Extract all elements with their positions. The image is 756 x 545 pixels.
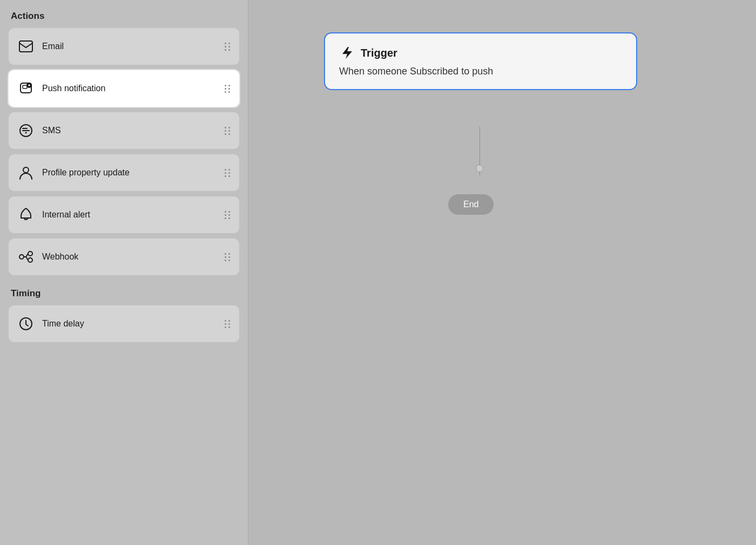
timing-section: Timing Time delay: [9, 288, 239, 348]
actions-section-title: Actions: [9, 11, 239, 22]
email-icon: [17, 38, 35, 55]
email-label: Email: [42, 42, 225, 51]
svg-point-7: [19, 255, 24, 259]
sidebar-item-sms[interactable]: SMS: [9, 112, 239, 149]
sms-icon: [17, 122, 35, 139]
sidebar-item-push-notification[interactable]: Push notification: [9, 70, 239, 107]
svg-rect-2: [23, 85, 27, 88]
webhook-icon: [17, 248, 35, 265]
drag-handle-webhook: [225, 253, 231, 261]
end-node: End: [448, 194, 494, 215]
drag-handle-alert: [225, 211, 231, 219]
sidebar-item-webhook[interactable]: Webhook: [9, 239, 239, 275]
push-notification-label: Push notification: [42, 84, 225, 93]
canvas: Trigger When someone Subscribed to push …: [248, 0, 756, 545]
svg-point-5: [25, 132, 27, 134]
sidebar-item-profile-property-update[interactable]: Profile property update: [9, 154, 239, 191]
drag-handle-sms: [225, 127, 231, 135]
internal-alert-label: Internal alert: [42, 210, 225, 220]
profile-icon: [17, 164, 35, 181]
sidebar-item-internal-alert[interactable]: Internal alert: [9, 196, 239, 233]
timing-section-title: Timing: [9, 288, 239, 299]
trigger-title: Trigger: [361, 47, 397, 59]
sidebar-item-time-delay[interactable]: Time delay: [9, 305, 239, 342]
drag-handle-profile: [225, 169, 231, 177]
profile-property-update-label: Profile property update: [42, 168, 225, 178]
push-icon: [17, 80, 35, 97]
alert-icon: [17, 206, 35, 223]
trigger-header: Trigger: [339, 45, 622, 60]
svg-rect-0: [19, 41, 32, 52]
trigger-card[interactable]: Trigger When someone Subscribed to push: [324, 32, 637, 90]
trigger-subtitle: When someone Subscribed to push: [339, 66, 622, 77]
drag-handle-email: [225, 43, 231, 51]
trigger-connector-dot: [476, 165, 483, 172]
sidebar-item-email[interactable]: Email: [9, 28, 239, 65]
clock-icon: [17, 315, 35, 332]
drag-handle-push: [225, 85, 231, 93]
lightning-icon: [339, 45, 354, 60]
time-delay-label: Time delay: [42, 319, 225, 329]
sms-label: SMS: [42, 126, 225, 135]
svg-point-9: [28, 258, 32, 262]
svg-point-8: [28, 251, 32, 256]
drag-handle-time-delay: [225, 320, 231, 328]
webhook-label: Webhook: [42, 252, 225, 262]
svg-point-6: [23, 167, 29, 173]
sidebar: Actions Email Push notification: [0, 0, 248, 545]
